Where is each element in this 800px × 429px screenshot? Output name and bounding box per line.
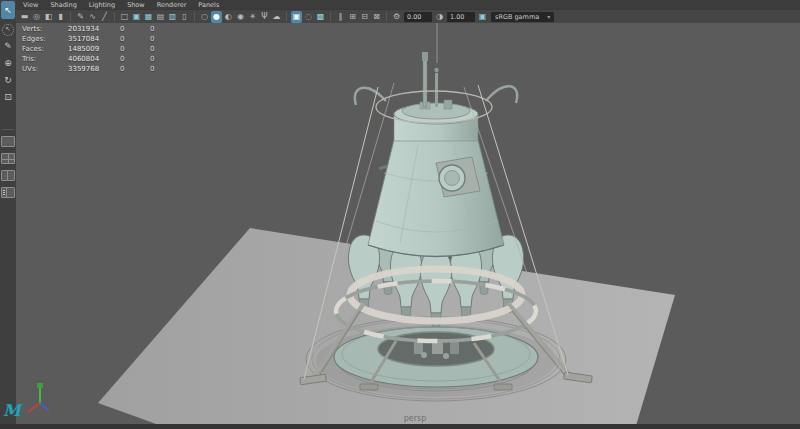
menu-panels[interactable]: Panels <box>198 1 219 9</box>
hud-row-faces: Faces: 1485009 0 0 <box>22 44 180 54</box>
hud-label: Tris: <box>22 54 68 64</box>
exposure-icon[interactable]: ⚙ <box>391 11 402 23</box>
menu-view[interactable]: View <box>23 1 38 9</box>
film-gate-icon[interactable]: ▮ <box>55 11 66 23</box>
isolate-select-icon[interactable]: ∥ <box>335 11 346 23</box>
screen-space-ao-icon[interactable]: ▣ <box>291 11 302 23</box>
layout-four-pane-button[interactable] <box>1 153 15 164</box>
hud-label: Faces: <box>22 44 68 54</box>
hud-selected2: 0 <box>150 44 180 54</box>
default-material-icon[interactable]: ○ <box>199 11 210 23</box>
layout-outliner-button[interactable] <box>1 187 15 198</box>
anti-aliasing-icon[interactable]: ▩ <box>315 11 326 23</box>
hud-selected2: 0 <box>150 24 180 34</box>
hud-row-edges: Edges: 3517084 0 0 <box>22 34 180 44</box>
toolbar-separator <box>330 12 331 21</box>
chevron-down-icon: ▾ <box>547 12 550 22</box>
toolbar-separator <box>70 12 71 21</box>
view-transform-dropdown[interactable]: sRGB gamma ▾ <box>491 12 554 22</box>
axis-gizmo[interactable] <box>28 383 49 412</box>
hardware-texturing-icon[interactable]: ◉ <box>235 11 246 23</box>
brush-tool-icon[interactable]: ╱ <box>99 11 110 23</box>
select-tool-button[interactable]: ↖ <box>1 1 15 19</box>
toolbox-separator <box>2 129 14 130</box>
menu-lighting[interactable]: Lighting <box>89 1 115 9</box>
menu-renderer[interactable]: Renderer <box>157 1 187 9</box>
poly-count-hud: Verts: 2031934 0 0 Edges: 3517084 0 0 Fa… <box>22 24 180 74</box>
hud-value: 3517084 <box>68 34 120 44</box>
hud-selected: 0 <box>120 44 150 54</box>
panel-toolbar: ▬ ◎ ◧ ▮ ✎ ∿ ╱ □ ▣ ▦ ▤ ▥ ▯ ○ ● ◐ ◉ ☀ Ψ ☁ … <box>16 9 800 23</box>
exposure-field[interactable]: 0.00 <box>404 12 432 22</box>
hud-selected: 0 <box>120 34 150 44</box>
gamma-field[interactable]: 1.00 <box>447 12 475 22</box>
hud-selected: 0 <box>120 24 150 34</box>
two-point-lights-icon[interactable]: Ψ <box>259 11 270 23</box>
lighting-icon[interactable]: ▤ <box>155 11 166 23</box>
hud-row-tris: Tris: 4060804 0 0 <box>22 54 180 64</box>
hud-row-uvs: UVs: 3359768 0 0 <box>22 64 180 74</box>
smooth-shade-all-icon[interactable]: ● <box>211 11 222 23</box>
hud-value: 1485009 <box>68 44 120 54</box>
hud-value: 4060804 <box>68 54 120 64</box>
flat-shade-icon[interactable]: ◐ <box>223 11 234 23</box>
wireframe-icon[interactable]: □ <box>119 11 130 23</box>
curve-tool-icon[interactable]: ∿ <box>87 11 98 23</box>
3d-scene[interactable]: persp <box>16 23 800 429</box>
lasso-select-tool-button[interactable]: ↖ <box>2 24 14 36</box>
move-tool-button[interactable]: ⊕ <box>1 56 15 70</box>
color-management-icon[interactable]: ▣ <box>477 11 488 23</box>
hud-selected2: 0 <box>150 64 180 74</box>
xray-icon[interactable]: ▯ <box>179 11 190 23</box>
hud-selected2: 0 <box>150 34 180 44</box>
panel-menu-icon[interactable]: ▬ <box>19 11 30 23</box>
hud-selected: 0 <box>120 54 150 64</box>
shaded-icon[interactable]: ▣ <box>131 11 142 23</box>
layout-split-pane-button[interactable] <box>1 170 15 181</box>
fog-icon[interactable]: ⊞ <box>347 11 358 23</box>
lock-camera-icon[interactable]: ◧ <box>43 11 54 23</box>
paint-select-tool-button[interactable]: ✎ <box>1 39 15 53</box>
toolbar-separator <box>114 12 115 21</box>
hud-value: 2031934 <box>68 24 120 34</box>
perspective-viewport[interactable]: persp Verts: 2031934 0 0 Edges: 3517084 … <box>16 23 800 429</box>
menu-shading[interactable]: Shading <box>50 1 76 9</box>
select-camera-icon[interactable]: ◎ <box>31 11 42 23</box>
rotate-tool-button[interactable]: ↻ <box>1 73 15 87</box>
hud-selected: 0 <box>120 64 150 74</box>
toolbar-separator <box>194 12 195 21</box>
hud-label: UVs: <box>22 64 68 74</box>
textured-icon[interactable]: ▦ <box>143 11 154 23</box>
hud-selected2: 0 <box>150 54 180 64</box>
image-plane-icon[interactable]: ⊟ <box>359 11 370 23</box>
hud-label: Verts: <box>22 24 68 34</box>
camera-label: persp <box>404 414 427 423</box>
maya-viewport-window: { "menubar": { "items": ["View", "Shadin… <box>0 0 800 429</box>
hud-label: Edges: <box>22 34 68 44</box>
maya-logo: M <box>3 401 21 420</box>
shadows-icon[interactable]: ☁ <box>271 11 282 23</box>
scale-tool-button[interactable]: ⊡ <box>1 90 15 104</box>
use-all-lights-icon[interactable]: ☀ <box>247 11 258 23</box>
toolbar-separator <box>386 12 387 21</box>
view-transform-value: sRGB gamma <box>495 12 539 22</box>
layout-single-pane-button[interactable] <box>1 136 15 147</box>
wireframe-on-shaded-icon[interactable]: ▥ <box>167 11 178 23</box>
gate-mask-icon[interactable]: ⊠ <box>371 11 382 23</box>
motion-blur-icon[interactable]: ◌ <box>303 11 314 23</box>
hud-row-verts: Verts: 2031934 0 0 <box>22 24 180 34</box>
panel-menu-bar: View Shading Lighting Show Renderer Pane… <box>16 0 800 9</box>
hud-value: 3359768 <box>68 64 120 74</box>
viewport-bottom-edge <box>0 424 800 429</box>
tool-box: ↖ ↖ ✎ ⊕ ↻ ⊡ <box>0 0 16 429</box>
toolbar-separator <box>286 12 287 21</box>
gamma-icon[interactable]: ◑ <box>434 11 445 23</box>
menu-show[interactable]: Show <box>127 1 145 9</box>
grease-pencil-icon[interactable]: ✎ <box>75 11 86 23</box>
